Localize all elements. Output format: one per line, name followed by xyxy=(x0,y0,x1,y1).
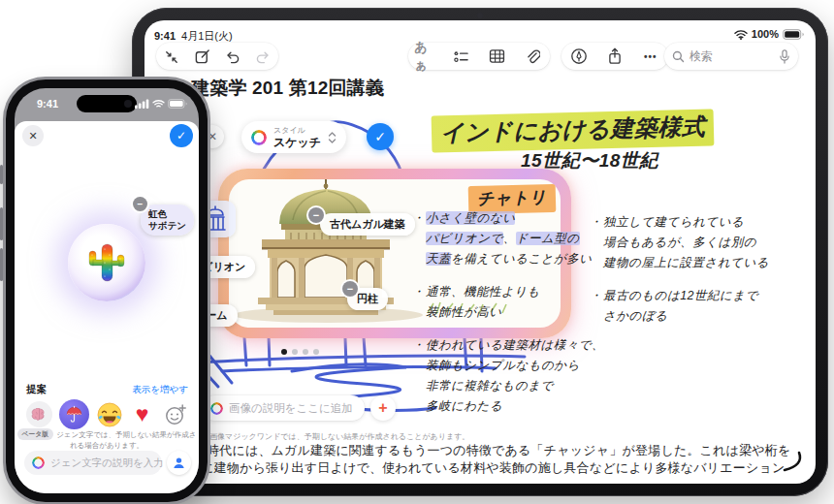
toolbar-format-group: あぁ xyxy=(408,43,550,70)
toolbar-tools-group: ••• xyxy=(561,43,668,70)
suggestions-title: 提案 xyxy=(26,383,47,396)
note-subheading: 15世紀〜18世紀 xyxy=(521,148,658,173)
typed-text-line2: に建物から張り出す日よけで、使われている材料や装飾の施し具合などにより多様なバリ… xyxy=(201,459,786,477)
dynamic-island xyxy=(77,95,137,112)
note-bullet: ・独立して建てられている場合もあるが、多くは別の建物の屋上に設置されている xyxy=(590,212,793,273)
add-image-button[interactable]: + xyxy=(370,395,396,421)
toolbar-left-group xyxy=(156,43,278,70)
pager-dot-active[interactable] xyxy=(281,349,287,355)
image-description-placeholder: 画像の説明をここに追加 xyxy=(229,401,353,416)
tag-ancient-mughal[interactable]: 古代ムガル建築 xyxy=(320,213,415,236)
tag-remove-mughal[interactable]: − xyxy=(308,207,324,223)
beta-badge: ベータ版 xyxy=(17,428,54,440)
person-icon xyxy=(173,457,185,469)
cellular-icon xyxy=(135,99,149,109)
iphone-device: 9:41 ✕ ✓ xyxy=(6,79,208,502)
genmoji-disclaimer-text: ジェン文字では、予期しない結果が作成される場合があります。 xyxy=(56,430,196,450)
genmoji-screen: 9:41 ✕ ✓ xyxy=(15,88,199,493)
note-bullet: ・使われている建築材は様々で、装飾もシンプルなものから非常に複雑なものまで多岐に… xyxy=(412,335,596,417)
notes-right-column: ・独立して建てられている場合もあるが、多くは別の建物の屋上に設置されている・最古… xyxy=(590,212,793,339)
heart-emoji[interactable]: ♥ xyxy=(129,401,155,427)
genmoji-tag-line2: サボテン xyxy=(148,220,186,232)
more-icon[interactable]: ••• xyxy=(639,45,662,68)
front-camera xyxy=(124,100,132,108)
ipad-device: 9:414月1日(火) 100% あぁ ••• xyxy=(132,8,828,496)
pager-dot[interactable] xyxy=(292,349,298,355)
pen-mark xyxy=(770,447,809,484)
ipad-status-right: 100% xyxy=(734,28,804,40)
notes-left-column: ・小さく壁のないパビリオンで、ドーム型の天蓋を備えていることが多い・通常、機能性… xyxy=(412,208,596,429)
genmoji-description-input[interactable]: ジェン文字の説明を入力 xyxy=(24,451,162,475)
apple-intelligence-icon xyxy=(210,402,223,415)
iphone-status-icons xyxy=(135,99,187,109)
person-button[interactable] xyxy=(167,451,191,475)
mic-icon[interactable] xyxy=(779,49,790,64)
wand-disclaimer-text: 画像マジックワンドでは、予期しない結果が作成されることがあります。 xyxy=(209,431,469,442)
wand-accept-button[interactable]: ✓ xyxy=(367,123,394,150)
genmoji-tag[interactable]: 虹色 サボテン xyxy=(141,205,194,236)
redo-icon[interactable] xyxy=(251,45,274,68)
note-title: 建築学 201 第12回講義 xyxy=(191,76,384,101)
typed-text-line1: 時代には、ムガル建築に関連するもう一つの特徴である「チャッジャ」が登場した。これ… xyxy=(207,442,791,459)
iphone-clock: 9:41 xyxy=(37,98,58,110)
wand-disclaimer: 画像マジックワンドでは、予期しない結果が作成されることがあります。 xyxy=(197,431,469,442)
share-icon[interactable] xyxy=(603,45,626,68)
genmoji-disclaimer: ベータ版ジェン文字では、予期しない結果が作成される場合があります。 xyxy=(15,428,199,452)
style-value: スケッチ xyxy=(273,137,321,148)
show-more-link[interactable]: 表示を増やす xyxy=(132,384,188,396)
chevron-up-down-icon xyxy=(328,131,337,144)
note-heading: インドにおける建築様式 xyxy=(432,112,714,149)
style-selector[interactable]: スタイル スケッチ xyxy=(241,121,346,153)
umbrella-genmoji[interactable] xyxy=(59,399,89,429)
battery-icon xyxy=(783,29,804,40)
note-bullet: ・通常、機能性よりも装飾性が高い xyxy=(412,282,596,323)
rainbow-cactus-genmoji xyxy=(87,239,126,286)
apple-intelligence-icon xyxy=(32,457,45,469)
ipad-status-left: 9:414月1日(火) xyxy=(154,29,233,44)
genmoji-input-placeholder: ジェン文字の説明を入力 xyxy=(50,457,164,470)
image-description-input[interactable]: 画像の説明をここに追加 xyxy=(202,395,365,421)
pager-dot[interactable] xyxy=(313,349,319,355)
markup-pen-icon[interactable] xyxy=(567,45,591,68)
volume-down-button xyxy=(0,248,3,281)
genmoji-tag-remove[interactable]: − xyxy=(133,197,147,211)
style-label: スタイル xyxy=(273,127,321,135)
note-bullet: ・最古のものは12世紀にまでさかのぼる xyxy=(590,286,793,327)
action-button xyxy=(0,165,3,184)
battery-percent: 100% xyxy=(752,28,779,40)
checklist-icon[interactable] xyxy=(450,45,473,68)
ipad-date: 4月1日(火) xyxy=(181,30,233,42)
search-icon xyxy=(672,50,685,63)
volume-up-button xyxy=(0,207,3,240)
compose-icon[interactable] xyxy=(190,45,213,68)
ipad-notes-app: 9:414月1日(火) 100% あぁ ••• xyxy=(144,20,816,484)
genmoji-close-button[interactable]: ✕ xyxy=(22,125,44,146)
ipad-front-camera xyxy=(477,13,483,18)
undo-icon[interactable] xyxy=(221,45,244,68)
attachment-icon[interactable] xyxy=(521,45,544,68)
table-icon[interactable] xyxy=(485,45,508,68)
text-format-icon[interactable]: あぁ xyxy=(414,45,437,68)
image-pager-dots[interactable] xyxy=(281,349,319,355)
genmoji-accept-button[interactable]: ✓ xyxy=(170,124,193,147)
battery-icon xyxy=(168,99,187,109)
style-swirl-icon xyxy=(251,130,267,145)
suggestion-row: ♥ xyxy=(26,399,188,429)
pager-dot[interactable] xyxy=(303,349,308,355)
tag-remove-column[interactable]: − xyxy=(342,281,358,297)
genmoji-tag-line1: 虹色 xyxy=(148,208,186,220)
brain-emoji[interactable] xyxy=(26,401,52,427)
laughing-emoji[interactable] xyxy=(96,401,122,427)
genmoji-bubble xyxy=(68,224,145,301)
search-field[interactable]: 検索 xyxy=(664,43,798,70)
wifi-icon xyxy=(152,99,165,109)
wifi-icon xyxy=(734,29,748,40)
note-bullet: ・小さく壁のないパビリオンで、ドーム型の天蓋を備えていることが多い xyxy=(412,208,596,269)
add-genmoji-button[interactable] xyxy=(162,401,188,427)
ipad-clock: 9:41 xyxy=(154,30,176,42)
search-placeholder: 検索 xyxy=(690,48,774,65)
collapse-icon[interactable] xyxy=(160,45,183,68)
